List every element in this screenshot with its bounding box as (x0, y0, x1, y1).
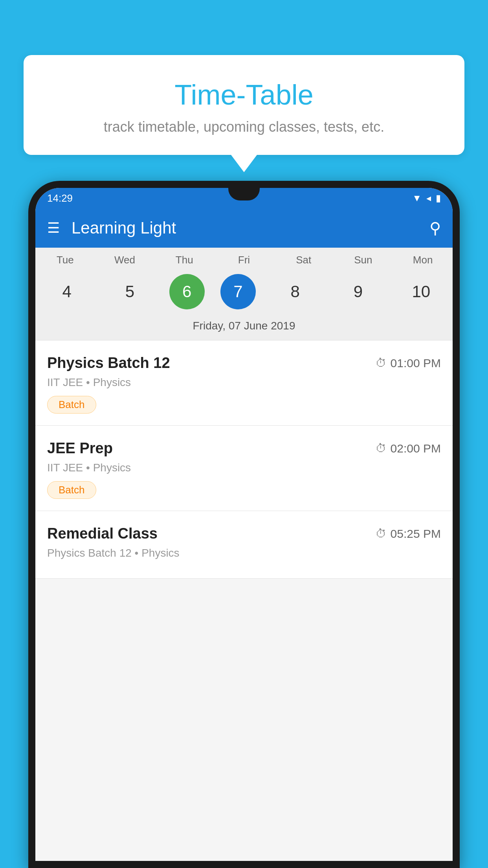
schedule-time-1: ⏱ 01:00 PM (376, 357, 441, 370)
schedule-meta-1: IIT JEE • Physics (47, 376, 441, 389)
battery-icon: ▮ (436, 193, 441, 204)
day-sun: Sun (339, 254, 387, 266)
phone-frame: 14:29 ▼ ◂ ▮ ☰ Learning Light ⚲ Tue Wed T… (28, 181, 460, 868)
schedule-time-2: ⏱ 02:00 PM (376, 442, 441, 455)
schedule-time-label-3: 05:25 PM (391, 527, 441, 541)
day-wed: Wed (101, 254, 149, 266)
calendar-dates: 4 5 6 7 8 9 10 (35, 270, 453, 316)
schedule-title-1: Physics Batch 12 (47, 355, 170, 371)
hamburger-icon[interactable]: ☰ (47, 220, 60, 236)
schedule-time-label-1: 01:00 PM (391, 357, 441, 370)
batch-badge-2: Batch (47, 481, 96, 499)
day-thu: Thu (161, 254, 208, 266)
clock-icon-1: ⏱ (376, 357, 387, 370)
search-icon[interactable]: ⚲ (429, 219, 441, 237)
schedule-meta-2: IIT JEE • Physics (47, 462, 441, 474)
clock-icon-3: ⏱ (376, 527, 387, 540)
schedule-title-3: Remedial Class (47, 525, 158, 542)
schedule-list: Physics Batch 12 ⏱ 01:00 PM IIT JEE • Ph… (35, 340, 453, 579)
schedule-time-label-2: 02:00 PM (391, 442, 441, 455)
app-title: Learning Light (72, 219, 418, 237)
calendar-header: Tue Wed Thu Fri Sat Sun Mon (35, 248, 453, 270)
schedule-item-3[interactable]: Remedial Class ⏱ 05:25 PM Physics Batch … (35, 511, 453, 579)
date-6-today[interactable]: 6 (169, 274, 205, 309)
notch (228, 188, 260, 200)
date-4[interactable]: 4 (43, 274, 90, 309)
phone-screen: 14:29 ▼ ◂ ▮ ☰ Learning Light ⚲ Tue Wed T… (35, 188, 453, 861)
schedule-item-2-header: JEE Prep ⏱ 02:00 PM (47, 440, 441, 457)
status-time: 14:29 (47, 192, 73, 204)
date-5[interactable]: 5 (106, 274, 153, 309)
clock-icon-2: ⏱ (376, 442, 387, 455)
schedule-time-3: ⏱ 05:25 PM (376, 527, 441, 541)
day-fri: Fri (220, 254, 268, 266)
date-8[interactable]: 8 (272, 274, 319, 309)
status-bar: 14:29 ▼ ◂ ▮ (35, 188, 453, 208)
date-7-selected[interactable]: 7 (220, 274, 256, 309)
signal-icon: ◂ (426, 193, 431, 204)
schedule-item-2[interactable]: JEE Prep ⏱ 02:00 PM IIT JEE • Physics Ba… (35, 426, 453, 511)
bubble-subtitle: track timetable, upcoming classes, tests… (39, 119, 449, 135)
date-9[interactable]: 9 (335, 274, 382, 309)
day-sat: Sat (280, 254, 327, 266)
speech-bubble: Time-Table track timetable, upcoming cla… (24, 55, 464, 155)
schedule-item-1[interactable]: Physics Batch 12 ⏱ 01:00 PM IIT JEE • Ph… (35, 340, 453, 426)
day-tue: Tue (42, 254, 89, 266)
schedule-title-2: JEE Prep (47, 440, 113, 457)
schedule-item-1-header: Physics Batch 12 ⏱ 01:00 PM (47, 355, 441, 371)
speech-bubble-container: Time-Table track timetable, upcoming cla… (24, 55, 464, 155)
day-mon: Mon (399, 254, 446, 266)
schedule-meta-3: Physics Batch 12 • Physics (47, 547, 441, 559)
wifi-icon: ▼ (412, 193, 422, 204)
batch-badge-1: Batch (47, 396, 96, 414)
schedule-item-3-header: Remedial Class ⏱ 05:25 PM (47, 525, 441, 542)
selected-date-label: Friday, 07 June 2019 (35, 316, 453, 340)
app-bar: ☰ Learning Light ⚲ (35, 208, 453, 248)
bubble-title: Time-Table (39, 79, 449, 111)
date-10[interactable]: 10 (398, 274, 445, 309)
status-icons: ▼ ◂ ▮ (412, 193, 441, 204)
